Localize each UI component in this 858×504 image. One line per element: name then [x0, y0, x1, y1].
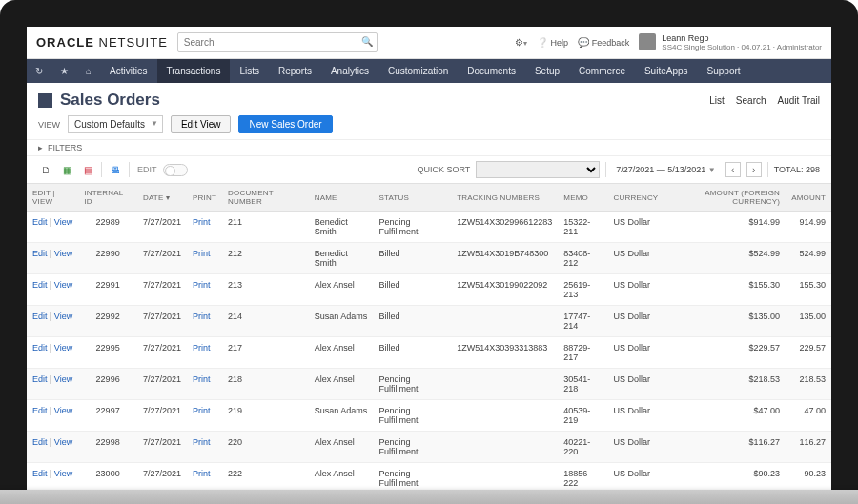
table-row: Edit | View229927/27/2021Print214Susan A… [27, 306, 831, 337]
nav-tab-customization[interactable]: Customization [378, 59, 458, 83]
print-link[interactable]: Print [193, 312, 211, 321]
prev-page-button[interactable]: ‹ [725, 162, 741, 177]
next-page-button[interactable]: › [746, 162, 762, 177]
brand-logo: ORACLE NETSUITE [36, 35, 168, 50]
print-link[interactable]: Print [193, 217, 211, 227]
col-header[interactable]: EDIT | VIEW [27, 184, 78, 212]
nav-tab-commerce[interactable]: Commerce [569, 59, 635, 83]
nav-tab-lists[interactable]: Lists [230, 59, 269, 83]
cell-name: Susan Adams [309, 306, 374, 337]
view-link[interactable]: View [54, 249, 72, 258]
cell-amount: 47.00 [786, 400, 831, 432]
edit-link[interactable]: Edit [32, 217, 48, 227]
print-link[interactable]: Print [193, 469, 211, 478]
nav-tab-reports[interactable]: Reports [269, 59, 321, 83]
nav-tab-analytics[interactable]: Analytics [321, 59, 378, 83]
global-search: 🔍 [177, 32, 378, 52]
cell-amount: 914.99 [786, 212, 831, 243]
print-link[interactable]: Print [193, 249, 211, 258]
home-icon[interactable]: ⌂ [77, 59, 100, 83]
nav-tab-transactions[interactable]: Transactions [157, 59, 231, 83]
page-action-list[interactable]: List [709, 95, 725, 106]
cell-name: Susan Adams [309, 400, 374, 432]
nav-tab-support[interactable]: Support [698, 59, 750, 83]
export-excel-icon[interactable]: ▦ [59, 162, 74, 177]
col-header[interactable]: AMOUNT [786, 184, 831, 212]
inline-edit-toggle[interactable] [163, 164, 188, 176]
new-doc-icon[interactable]: 🗋 [38, 162, 53, 177]
edit-link[interactable]: Edit [32, 437, 48, 447]
col-header[interactable]: CURRENCY [607, 184, 664, 212]
edit-link[interactable]: Edit [32, 280, 48, 290]
history-icon[interactable]: ↻ [27, 59, 51, 83]
results-table-wrap: EDIT | VIEWINTERNAL IDDATE ▾PRINTDOCUMEN… [27, 184, 831, 496]
edit-link[interactable]: Edit [32, 469, 48, 478]
col-header[interactable]: TRACKING NUMBERS [451, 184, 558, 212]
print-link[interactable]: Print [193, 437, 211, 447]
col-header[interactable]: DATE ▾ [137, 184, 187, 212]
col-header[interactable]: STATUS [373, 184, 451, 212]
col-header[interactable]: AMOUNT (FOREIGN CURRENCY) [664, 184, 786, 212]
quick-sort-select[interactable] [476, 161, 600, 178]
table-row: Edit | View229957/27/2021Print217Alex An… [27, 337, 831, 369]
print-link[interactable]: Print [193, 343, 211, 353]
view-link[interactable]: View [54, 343, 72, 353]
print-link[interactable]: Print [193, 280, 211, 290]
shortcuts-icon[interactable]: ⚙▾ [515, 37, 527, 48]
edit-link[interactable]: Edit [32, 312, 48, 321]
cell-amount-foreign: $116.27 [664, 432, 786, 463]
view-link[interactable]: View [54, 437, 72, 447]
help-link[interactable]: ❔ Help [537, 37, 568, 48]
col-header[interactable]: MEMO [558, 184, 607, 212]
page-action-search[interactable]: Search [736, 95, 766, 106]
cell-status: Pending Fulfillment [373, 432, 451, 463]
cell-amount: 229.57 [786, 337, 831, 369]
print-link[interactable]: Print [193, 374, 211, 384]
nav-tab-activities[interactable]: Activities [100, 59, 156, 83]
view-link[interactable]: View [54, 280, 72, 290]
edit-link[interactable]: Edit [32, 406, 48, 415]
cell-doc-number: 220 [222, 432, 309, 463]
view-link[interactable]: View [54, 469, 72, 478]
page-icon [38, 93, 52, 108]
nav-tab-suiteapps[interactable]: SuiteApps [635, 59, 698, 83]
edit-link[interactable]: Edit [32, 374, 48, 384]
cell-date: 7/27/2021 [137, 432, 187, 463]
table-row: Edit | View229977/27/2021Print219Susan A… [27, 400, 831, 432]
print-link[interactable]: Print [193, 406, 211, 415]
view-link[interactable]: View [54, 374, 72, 384]
page-action-audit-trail[interactable]: Audit Trail [778, 95, 820, 106]
view-link[interactable]: View [54, 217, 72, 227]
edit-link[interactable]: Edit [32, 249, 48, 258]
filters-bar[interactable]: ▸ FILTERS [27, 139, 831, 156]
cell-currency: US Dollar [607, 369, 664, 400]
cell-amount-foreign: $135.00 [664, 306, 786, 337]
col-header[interactable]: NAME [309, 184, 374, 212]
print-icon[interactable]: 🖶 [108, 162, 123, 177]
col-header[interactable]: PRINT [187, 184, 222, 212]
cell-tracking [451, 306, 558, 337]
cell-amount: 116.27 [786, 432, 831, 463]
date-range[interactable]: 7/27/2021 — 5/13/2021 ▼ [612, 165, 720, 174]
edit-link[interactable]: Edit [32, 343, 48, 353]
nav-tab-setup[interactable]: Setup [525, 59, 569, 83]
star-icon[interactable]: ★ [51, 59, 77, 83]
edit-view-button[interactable]: Edit View [171, 115, 232, 133]
feedback-link[interactable]: 💬 Feedback [578, 37, 629, 48]
view-link[interactable]: View [54, 406, 72, 415]
col-header[interactable]: INTERNAL ID [78, 184, 137, 212]
cell-internal-id: 22989 [78, 212, 137, 243]
cell-doc-number: 217 [222, 337, 309, 369]
search-icon[interactable]: 🔍 [361, 36, 373, 47]
table-header-row: EDIT | VIEWINTERNAL IDDATE ▾PRINTDOCUMEN… [27, 184, 831, 212]
new-sales-order-button[interactable]: New Sales Order [238, 115, 332, 133]
cell-currency: US Dollar [607, 306, 664, 337]
col-header[interactable]: DOCUMENT NUMBER [222, 184, 309, 212]
export-pdf-icon[interactable]: ▤ [80, 162, 95, 177]
cell-date: 7/27/2021 [137, 274, 187, 306]
view-select[interactable]: Custom Defaults ▼ [68, 115, 163, 133]
user-menu[interactable]: Leann Rego SS4C Single Solution · 04.07.… [639, 33, 822, 51]
view-link[interactable]: View [54, 312, 72, 321]
search-input[interactable] [177, 32, 378, 52]
nav-tab-documents[interactable]: Documents [458, 59, 525, 83]
